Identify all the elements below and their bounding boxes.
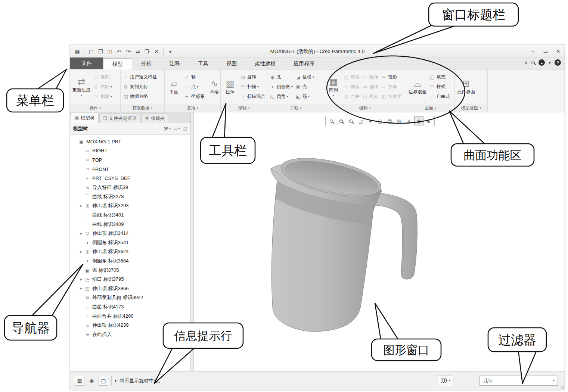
button-datum-1-0[interactable]: ∕轴 bbox=[183, 72, 205, 82]
tab-file[interactable]: 文件 bbox=[70, 57, 103, 69]
tab-view[interactable]: 视图 bbox=[217, 59, 246, 69]
ribbon-group-label-engineering[interactable]: 工程▾ bbox=[267, 104, 324, 112]
tree-item[interactable]: ▱RIGHT bbox=[72, 146, 190, 156]
app-menu-button[interactable]: ▦ bbox=[73, 47, 81, 56]
ribbon-group-label-operations[interactable]: 操作▾ bbox=[70, 104, 120, 112]
undo-button[interactable]: ↶▾ bbox=[115, 47, 123, 56]
view-manager-button[interactable]: ◉ bbox=[414, 116, 423, 125]
button-engineering-0-0[interactable]: ◉孔 bbox=[269, 72, 294, 82]
zoom-in-button[interactable]: + bbox=[336, 116, 346, 125]
tab-flexible-modeling[interactable]: 柔性建模 bbox=[246, 59, 285, 69]
button-operations-1-1[interactable]: ⧉粘贴▾ bbox=[92, 82, 113, 91]
navigator-tab-favorites[interactable]: ✱收藏夹 bbox=[142, 113, 169, 123]
ribbon-group-label-datum[interactable]: 基准▾ bbox=[165, 104, 220, 112]
tree-item[interactable]: ⌒曲线 标识3401 bbox=[72, 211, 190, 220]
tab-analysis[interactable]: 分析 bbox=[132, 59, 161, 69]
button-engineering-1-1[interactable]: ▣壳 bbox=[294, 82, 315, 91]
button-model-intent-0[interactable]: ⊞元件界面 bbox=[456, 78, 476, 96]
account-dropdown-icon[interactable]: ▾ bbox=[549, 60, 551, 65]
windows-dropdown-icon[interactable]: ▾ bbox=[148, 50, 150, 53]
close-button[interactable]: ✕ bbox=[555, 49, 562, 54]
button-editing-3-1[interactable]: ≡加厚 bbox=[380, 82, 402, 91]
tree-item[interactable]: ⧉外部复制几何 标识3922 bbox=[72, 293, 190, 302]
button-datum-1-2[interactable]: ⌖坐标系 bbox=[183, 92, 205, 101]
button-shapes-0[interactable]: ▧拉伸 bbox=[222, 78, 238, 96]
button-surfaces-1-0[interactable]: ▢填充 bbox=[428, 72, 451, 82]
zoom-out-button[interactable]: − bbox=[346, 116, 356, 125]
tree-item[interactable]: ▱FRONT bbox=[72, 165, 190, 174]
web-browser-button[interactable]: ◉ bbox=[87, 376, 96, 386]
button-engineering-1-0[interactable]: ◢拔模▾ bbox=[294, 72, 315, 82]
expand-arrow-icon[interactable]: ▶ bbox=[78, 204, 84, 208]
dropdown-icon[interactable]: ▾ bbox=[291, 85, 293, 88]
expand-arrow-icon[interactable]: ▶ bbox=[78, 232, 84, 235]
graphics-window[interactable]: +−◿◕▢▤▥✳◉⋔ bbox=[194, 112, 565, 371]
open-file-button[interactable]: ❒ bbox=[96, 47, 105, 56]
maximize-button[interactable]: ▭ bbox=[542, 49, 549, 54]
tree-item[interactable]: ⌒曲线 标识3278 bbox=[72, 192, 190, 202]
tree-item[interactable]: ▣MOXING-1.PRT bbox=[72, 137, 190, 146]
saved-orientations-button[interactable]: ▥ bbox=[395, 116, 404, 125]
expand-arrow-icon[interactable]: ▶ bbox=[78, 250, 84, 253]
datum-display-button[interactable]: ✳ bbox=[404, 116, 414, 125]
account-icon[interactable]: ◒ bbox=[538, 59, 545, 66]
dropdown-icon[interactable]: ▾ bbox=[197, 85, 198, 88]
ribbon-group-label-surfaces[interactable]: 曲面▾ bbox=[406, 104, 454, 112]
navigator-tab-model-tree[interactable]: ▦模型树 bbox=[71, 113, 99, 123]
minimize-button[interactable]: – bbox=[530, 49, 536, 54]
dropdown-icon[interactable]: ▾ bbox=[308, 95, 310, 98]
button-datum-0[interactable]: ▱平面 bbox=[166, 78, 182, 96]
find-dropdown-icon[interactable]: ▾ bbox=[449, 379, 450, 382]
dropdown-icon[interactable]: ▾ bbox=[111, 95, 112, 98]
button-get-data-0-1[interactable]: ⧉复制几何 bbox=[122, 82, 158, 91]
dropdown-icon[interactable]: ▾ bbox=[287, 95, 288, 98]
dropdown-icon[interactable]: ▾ bbox=[169, 127, 171, 130]
selection-filter[interactable]: 几何 ▾ bbox=[479, 376, 558, 386]
tree-item[interactable]: ⌓曲面 标识4173 bbox=[72, 302, 190, 312]
button-surfaces-0[interactable]: ⌓边界混合 bbox=[407, 78, 428, 96]
regenerate-button[interactable]: ⇄ bbox=[134, 47, 142, 56]
tree-item[interactable]: ▶◎伸出项 标识3293 bbox=[72, 201, 190, 211]
dropdown-icon[interactable]: ▾ bbox=[313, 75, 314, 79]
button-operations-1-2[interactable]: ✕删除▾ bbox=[92, 92, 113, 101]
button-editing-0[interactable]: ▦阵列▾ bbox=[325, 77, 342, 97]
button-get-data-0-2[interactable]: ◫收缩包络 bbox=[122, 92, 158, 101]
button-get-data-0-0[interactable]: ◔用户定义特征 bbox=[122, 72, 158, 82]
button-operations-1-0[interactable]: ❐复制 bbox=[92, 72, 113, 82]
tree-item[interactable]: ▱TOP bbox=[72, 155, 190, 165]
windows-button[interactable]: ❐▾ bbox=[143, 47, 151, 56]
button-editing-1-2[interactable]: ◍合并 bbox=[342, 92, 360, 101]
ribbon-group-label-get-data[interactable]: 获取数据▾ bbox=[121, 104, 164, 112]
tree-item[interactable]: ▣壳 标识3705 bbox=[72, 265, 190, 275]
repaint-button[interactable]: ◿ bbox=[356, 116, 365, 125]
tree-link-button[interactable]: ⊞ bbox=[183, 126, 187, 132]
dropdown-icon[interactable]: ▾ bbox=[257, 85, 259, 88]
button-editing-2-0[interactable]: ↦延伸 bbox=[361, 72, 379, 82]
button-engineering-0-2[interactable]: ◺倒角▾ bbox=[269, 92, 294, 101]
button-editing-2-1[interactable]: ⇉偏移 bbox=[361, 82, 379, 91]
button-editing-3-2[interactable]: ◧实体化 bbox=[380, 92, 402, 101]
save-button[interactable]: ◫ bbox=[106, 47, 114, 56]
dropdown-icon[interactable]: ▾ bbox=[81, 94, 82, 97]
tree-display-button[interactable]: ≡▾ bbox=[174, 126, 180, 132]
close-window-button[interactable]: ✕ bbox=[152, 47, 161, 56]
model-display-button[interactable]: ▢ bbox=[99, 376, 108, 386]
button-operations-0[interactable]: ⇄重新生成▾ bbox=[71, 77, 91, 97]
tree-item[interactable]: ⌖PRT_CSYS_DEF bbox=[72, 174, 190, 183]
resize-grip[interactable] bbox=[560, 385, 564, 389]
tree-item[interactable]: ◖倒圆角 标识3684 bbox=[72, 256, 190, 266]
tree-item[interactable]: ⌂伸出项 标识4239 bbox=[72, 321, 190, 330]
ribbon-group-label-editing[interactable]: 编辑▾ bbox=[324, 104, 406, 112]
tree-item[interactable]: ▶◎伸出项 标识3624 bbox=[72, 247, 190, 256]
ribbon-group-label-model-intent[interactable]: 模型意图▾ bbox=[455, 104, 487, 112]
button-editing-3-0[interactable]: ∾投影 bbox=[380, 72, 402, 82]
button-shapes-1-2[interactable]: ≀扫描混合 bbox=[239, 92, 266, 101]
tab-annotate[interactable]: 注释 bbox=[161, 59, 189, 69]
button-surfaces-1-1[interactable]: ◠样式 bbox=[428, 82, 451, 91]
panel-splitter[interactable] bbox=[191, 112, 194, 371]
tab-tools[interactable]: 工具 bbox=[189, 59, 217, 69]
refit-button[interactable] bbox=[327, 116, 336, 125]
redo-button[interactable]: ↷▾ bbox=[124, 47, 133, 56]
dropdown-icon[interactable]: ▾ bbox=[333, 94, 334, 97]
filter-dropdown-icon[interactable]: ▾ bbox=[550, 376, 558, 385]
